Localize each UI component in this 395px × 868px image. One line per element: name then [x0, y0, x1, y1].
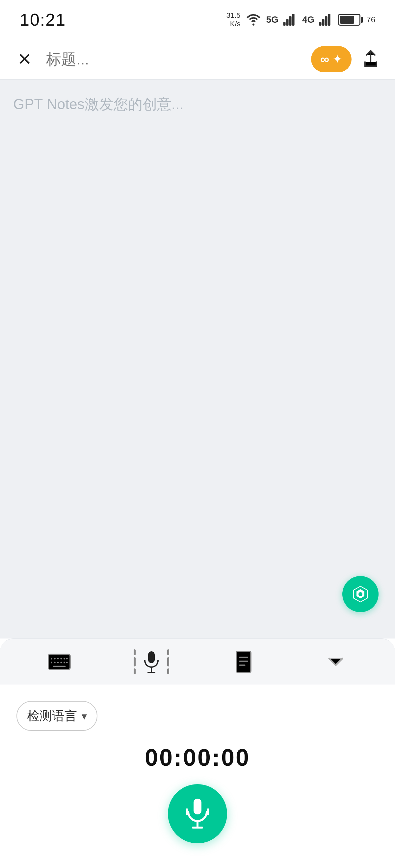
assistant-icon: [350, 584, 370, 604]
svg-rect-3: [292, 14, 294, 26]
keyboard-button[interactable]: [46, 649, 73, 675]
language-selector[interactable]: 检测语言 ▾: [17, 701, 97, 731]
voice-panel: 检测语言 ▾ 00:00:00: [0, 685, 395, 868]
chevron-down-icon: [326, 654, 346, 670]
language-chevron-icon: ▾: [82, 710, 87, 722]
doc-button[interactable]: [230, 649, 257, 675]
status-icons: 31.5 K/s 5G 4G 76: [226, 11, 375, 29]
battery-label: 76: [366, 15, 375, 24]
infinity-icon: ∞: [320, 52, 329, 66]
content-placeholder: GPT Notes激发您的创意...: [13, 96, 184, 112]
wifi-icon: [245, 13, 262, 26]
4g-icon: 4G: [302, 14, 314, 25]
bottom-toolbar: [0, 639, 395, 685]
svg-rect-30: [194, 799, 201, 814]
battery-icon: [338, 14, 361, 26]
toolbar-right: ∞ ✦: [311, 46, 382, 72]
svg-rect-2: [289, 16, 291, 26]
content-area[interactable]: GPT Notes激发您的创意...: [0, 80, 395, 639]
network-speed: 31.5 K/s: [226, 11, 241, 29]
mic-record-button[interactable]: [168, 784, 227, 843]
svg-rect-4: [319, 22, 321, 26]
sparkle-icon: ✦: [333, 52, 342, 66]
svg-point-8: [359, 592, 362, 596]
chevron-down-button[interactable]: [322, 649, 349, 675]
doc-icon: [234, 650, 253, 673]
language-label: 检测语言: [27, 708, 77, 724]
5g-icon: 5G: [266, 14, 279, 25]
close-button[interactable]: ✕: [13, 48, 36, 71]
status-time: 10:21: [20, 10, 66, 30]
svg-rect-5: [322, 19, 325, 26]
mic-toolbar-icon: [142, 650, 161, 674]
mic-record-icon: [184, 797, 211, 830]
svg-rect-0: [283, 22, 285, 26]
share-icon: [362, 49, 379, 69]
close-icon: ✕: [18, 51, 32, 68]
toolbar: ✕ ∞ ✦: [0, 39, 395, 79]
signal-icon-1: [283, 14, 298, 26]
ai-button[interactable]: ∞ ✦: [311, 46, 351, 72]
title-input[interactable]: [46, 50, 301, 68]
svg-rect-1: [286, 19, 288, 26]
share-button[interactable]: [360, 48, 382, 70]
svg-rect-26: [236, 651, 251, 672]
keyboard-icon: [48, 653, 71, 671]
svg-rect-7: [328, 14, 331, 26]
recording-timer: 00:00:00: [145, 744, 250, 771]
svg-rect-23: [148, 651, 155, 663]
svg-rect-6: [325, 16, 328, 26]
mic-button-toolbar[interactable]: [138, 649, 165, 675]
signal-icon-2: [319, 14, 334, 26]
status-bar: 10:21 31.5 K/s 5G 4G 76: [0, 0, 395, 39]
assistant-fab[interactable]: [342, 576, 378, 612]
